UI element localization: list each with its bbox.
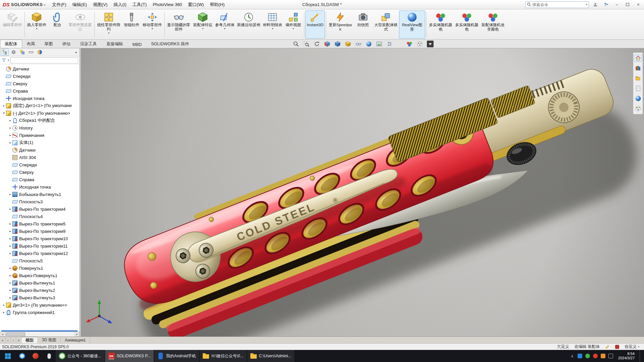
- tree-item[interactable]: ▸ Вырез-Вытянуть2: [0, 287, 80, 294]
- view-settings-icon[interactable]: [386, 41, 393, 47]
- ribbon-button[interactable]: 移动零部件 ▾: [141, 10, 163, 39]
- expand-arrow-icon[interactable]: ▸: [8, 193, 12, 196]
- ribbon-button[interactable]: 爆炸视图 ▾: [284, 10, 303, 39]
- show-desktop-button[interactable]: [640, 350, 642, 362]
- close-button[interactable]: ×: [634, 1, 643, 8]
- expand-arrow-icon[interactable]: ▸: [8, 229, 12, 233]
- tree-item[interactable]: ▸ History: [0, 124, 80, 132]
- graphics-viewport[interactable]: COLD STEEL ®: [81, 48, 644, 337]
- ribbon-button[interactable]: 参考几何体 ▾: [214, 10, 236, 39]
- ribbon-button[interactable]: 多实体随机颜色: [454, 10, 480, 39]
- command-tab[interactable]: 评估: [58, 40, 76, 48]
- panel-flyout-chevron-icon[interactable]: ▸: [74, 50, 79, 54]
- ribbon-button[interactable]: RealView图形: [399, 10, 425, 39]
- ribbon-button[interactable]: 编辑零部件: [1, 10, 23, 39]
- ribbon-button[interactable]: 多实体随机颜色: [428, 10, 454, 39]
- tree-item[interactable]: ▸ Вырез-По траектории4: [0, 205, 80, 213]
- view-orientation-icon[interactable]: [334, 41, 341, 47]
- ribbon-button[interactable]: 显示隐藏的零部件: [166, 10, 192, 39]
- section-view-icon[interactable]: [324, 41, 331, 47]
- tab-scroll-prev-icon[interactable]: ‹: [5, 337, 11, 343]
- command-search[interactable]: ▾: [525, 1, 589, 8]
- rotate-view-icon[interactable]: [313, 41, 320, 47]
- expand-arrow-icon[interactable]: ▸: [8, 281, 12, 285]
- tree-item[interactable]: ▸ (固定) Дет1<1> (По умолчани: [0, 102, 80, 109]
- model-tab[interactable]: 3D 视图: [38, 337, 61, 343]
- ribbon-button[interactable]: 装配体特征 ▾: [192, 10, 214, 39]
- taskbar-app[interactable]: SW 2019 SOLIDWORKS P...: [105, 350, 154, 362]
- tree-item[interactable]: Справа: [0, 176, 80, 183]
- ribbon-button[interactable]: [164, 12, 165, 37]
- expand-arrow-icon[interactable]: ▸: [2, 311, 6, 314]
- ribbon-button[interactable]: 智能扣件: [122, 10, 141, 39]
- tray-icon-red[interactable]: [593, 354, 598, 358]
- filter-funnel-icon[interactable]: [1, 58, 6, 63]
- taskbar-app[interactable]: 我的Android手机: [154, 350, 199, 362]
- 3d-scene[interactable]: COLD STEEL ®: [81, 48, 644, 337]
- expand-arrow-icon[interactable]: ▾: [2, 111, 6, 115]
- tree-item[interactable]: ▸ Сборка1 中的配合: [0, 117, 80, 124]
- command-tab[interactable]: MBD: [128, 41, 147, 48]
- tree-item[interactable]: ▸ Вырез-Вытянуть1: [0, 279, 80, 287]
- ribbon-button[interactable]: 拍快照: [353, 10, 373, 39]
- ribbon-button[interactable]: 配合: [48, 10, 67, 39]
- scroll-left-icon[interactable]: ◂: [0, 332, 5, 337]
- expand-arrow-icon[interactable]: ▸: [2, 104, 6, 107]
- model-tab[interactable]: Анимация1: [61, 337, 90, 343]
- command-tab[interactable]: 装配体: [0, 40, 22, 48]
- model-tab[interactable]: 模型: [21, 337, 38, 343]
- apply-scene-icon[interactable]: [376, 41, 383, 47]
- tree-item[interactable]: ▸ Вырез-По траектории10: [0, 235, 80, 242]
- expand-arrow-icon[interactable]: ▸: [8, 222, 12, 225]
- display-style-icon[interactable]: [345, 41, 351, 47]
- scroll-right-icon[interactable]: ▸: [75, 332, 80, 337]
- tree-item[interactable]: ▸ Вырез-Повернуть1: [0, 272, 80, 279]
- maximize-button[interactable]: [623, 1, 632, 8]
- tab-scroll-first-icon[interactable]: «: [0, 337, 5, 343]
- tray-icon-blue[interactable]: [578, 354, 582, 358]
- expand-arrow-icon[interactable]: ▸: [8, 126, 12, 130]
- tree-item[interactable]: Сверху: [0, 168, 80, 176]
- ribbon-button[interactable]: [426, 12, 427, 37]
- featuremanager-tab-icon[interactable]: [1, 49, 9, 56]
- expand-arrow-icon[interactable]: ▸: [2, 303, 6, 307]
- tree-item[interactable]: Спереди: [0, 72, 80, 80]
- expand-arrow-icon[interactable]: ▸: [8, 252, 12, 255]
- ribbon-button[interactable]: [94, 12, 95, 37]
- ribbon-button[interactable]: 装配体随机改变颜色: [480, 10, 506, 39]
- ribbon-button[interactable]: 零部件预览窗口: [67, 10, 93, 39]
- design-library-tab-icon[interactable]: [634, 65, 642, 72]
- zoom-fit-icon[interactable]: [293, 41, 299, 47]
- expand-arrow-icon[interactable]: ▸: [8, 207, 12, 211]
- tree-item[interactable]: AISI 304: [0, 154, 80, 161]
- pinned-security-button[interactable]: [29, 350, 42, 362]
- tree-item[interactable]: ▸ Вырез-По траектории12: [0, 250, 80, 257]
- pinned-utility-button[interactable]: [42, 350, 56, 362]
- filter-caret-icon[interactable]: ▾: [8, 59, 9, 62]
- menu-item[interactable]: 视图(V): [90, 0, 110, 9]
- expand-arrow-icon[interactable]: ▸: [8, 266, 12, 270]
- tree-item[interactable]: Спереди: [0, 161, 80, 168]
- tree-item[interactable]: Исходная точка: [0, 95, 80, 102]
- ribbon-button[interactable]: 大型装配体模式: [373, 10, 399, 39]
- flyout-caret-icon[interactable]: [427, 41, 434, 47]
- tree-item[interactable]: Плоскость4: [0, 213, 80, 220]
- ribbon-button[interactable]: 更新Speedpak: [327, 10, 353, 39]
- taskbar-clock[interactable]: 8:54 2024/3/27: [616, 352, 637, 360]
- menu-item[interactable]: 编辑(E): [69, 0, 90, 9]
- custom-properties-tab-icon[interactable]: [634, 105, 642, 112]
- expand-arrow-icon[interactable]: ▸: [8, 274, 12, 277]
- taskbar-app[interactable]: C:\Users\Admini...: [247, 350, 295, 362]
- command-tab[interactable]: 直接编辑: [102, 40, 128, 48]
- displaymanager-tab-icon[interactable]: [36, 49, 44, 56]
- zoom-area-icon[interactable]: [303, 41, 310, 47]
- tree-item[interactable]: Исходная точка: [0, 183, 80, 191]
- command-tab[interactable]: 草图: [40, 40, 58, 48]
- command-tab[interactable]: 渲染工具: [76, 40, 102, 48]
- ribbon-button[interactable]: 新建运动算例: [236, 10, 262, 39]
- expand-arrow-icon[interactable]: ▸: [8, 141, 12, 144]
- file-explorer-tab-icon[interactable]: [634, 75, 642, 82]
- propertymanager-tab-icon[interactable]: [9, 49, 17, 56]
- user-account-button[interactable]: [591, 1, 600, 8]
- appearances-tab-icon[interactable]: [634, 95, 642, 102]
